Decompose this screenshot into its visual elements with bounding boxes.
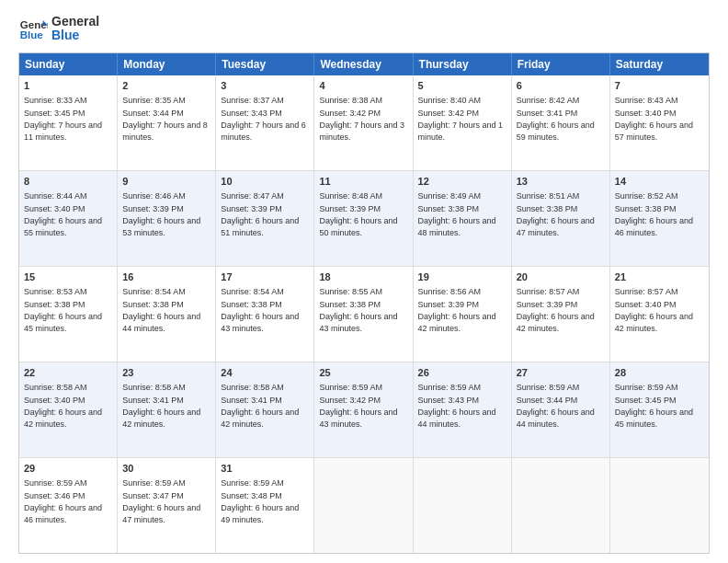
calendar-cell: 15Sunrise: 8:53 AMSunset: 3:38 PMDayligh… <box>19 267 118 362</box>
calendar-cell: 23Sunrise: 8:58 AMSunset: 3:41 PMDayligh… <box>118 362 216 457</box>
day-number: 5 <box>418 79 506 93</box>
cell-text: Sunrise: 8:46 AMSunset: 3:39 PMDaylight:… <box>122 191 200 237</box>
day-number: 11 <box>319 175 407 189</box>
calendar-cell: 27Sunrise: 8:59 AMSunset: 3:44 PMDayligh… <box>512 362 610 457</box>
day-number: 26 <box>418 366 506 380</box>
day-number: 22 <box>24 366 112 380</box>
day-number: 25 <box>319 366 407 380</box>
day-number: 20 <box>517 270 605 284</box>
calendar-header-day: Sunday <box>19 53 118 75</box>
day-number: 14 <box>615 175 704 189</box>
cell-text: Sunrise: 8:56 AMSunset: 3:39 PMDaylight:… <box>418 287 496 333</box>
day-number: 31 <box>221 462 309 476</box>
cell-text: Sunrise: 8:35 AMSunset: 3:44 PMDaylight:… <box>122 96 208 142</box>
cell-text: Sunrise: 8:52 AMSunset: 3:38 PMDaylight:… <box>615 191 693 237</box>
calendar-cell: 24Sunrise: 8:58 AMSunset: 3:41 PMDayligh… <box>216 362 314 457</box>
calendar-week: 22Sunrise: 8:58 AMSunset: 3:40 PMDayligh… <box>19 362 709 458</box>
cell-text: Sunrise: 8:58 AMSunset: 3:40 PMDaylight:… <box>24 383 102 429</box>
calendar-cell: 21Sunrise: 8:57 AMSunset: 3:40 PMDayligh… <box>610 267 709 362</box>
cell-text: Sunrise: 8:47 AMSunset: 3:39 PMDaylight:… <box>221 191 299 237</box>
calendar-cell: 13Sunrise: 8:51 AMSunset: 3:38 PMDayligh… <box>512 171 610 266</box>
cell-text: Sunrise: 8:54 AMSunset: 3:38 PMDaylight:… <box>122 287 200 333</box>
cell-text: Sunrise: 8:55 AMSunset: 3:38 PMDaylight:… <box>319 287 397 333</box>
cell-text: Sunrise: 8:59 AMSunset: 3:45 PMDaylight:… <box>615 383 693 429</box>
cell-text: Sunrise: 8:57 AMSunset: 3:39 PMDaylight:… <box>517 287 595 333</box>
cell-text: Sunrise: 8:59 AMSunset: 3:44 PMDaylight:… <box>517 383 595 429</box>
day-number: 9 <box>122 175 210 189</box>
day-number: 17 <box>221 270 309 284</box>
calendar-cell: 25Sunrise: 8:59 AMSunset: 3:42 PMDayligh… <box>314 362 413 457</box>
day-number: 28 <box>615 366 704 380</box>
cell-text: Sunrise: 8:58 AMSunset: 3:41 PMDaylight:… <box>122 383 200 429</box>
cell-text: Sunrise: 8:59 AMSunset: 3:46 PMDaylight:… <box>24 478 102 524</box>
calendar-cell: 1Sunrise: 8:33 AMSunset: 3:45 PMDaylight… <box>19 75 118 170</box>
calendar-cell: 30Sunrise: 8:59 AMSunset: 3:47 PMDayligh… <box>118 458 216 553</box>
calendar: SundayMondayTuesdayWednesdayThursdayFrid… <box>18 52 710 554</box>
day-number: 24 <box>221 366 309 380</box>
calendar-cell: 3Sunrise: 8:37 AMSunset: 3:43 PMDaylight… <box>216 75 314 170</box>
day-number: 3 <box>221 79 309 93</box>
calendar-cell: 10Sunrise: 8:47 AMSunset: 3:39 PMDayligh… <box>216 171 314 266</box>
calendar-cell: 8Sunrise: 8:44 AMSunset: 3:40 PMDaylight… <box>19 171 118 266</box>
page: General Blue General Blue SundayMondayTu… <box>0 0 728 563</box>
day-number: 12 <box>418 175 506 189</box>
calendar-cell: 29Sunrise: 8:59 AMSunset: 3:46 PMDayligh… <box>19 458 118 553</box>
cell-text: Sunrise: 8:57 AMSunset: 3:40 PMDaylight:… <box>615 287 693 333</box>
calendar-cell: 16Sunrise: 8:54 AMSunset: 3:38 PMDayligh… <box>118 267 216 362</box>
calendar-cell <box>314 458 413 553</box>
calendar-cell: 26Sunrise: 8:59 AMSunset: 3:43 PMDayligh… <box>414 362 512 457</box>
cell-text: Sunrise: 8:38 AMSunset: 3:42 PMDaylight:… <box>319 96 404 142</box>
calendar-cell <box>610 458 709 553</box>
header: General Blue General Blue <box>18 14 710 43</box>
svg-text:Blue: Blue <box>20 29 44 40</box>
cell-text: Sunrise: 8:43 AMSunset: 3:40 PMDaylight:… <box>615 96 693 142</box>
calendar-cell: 31Sunrise: 8:59 AMSunset: 3:48 PMDayligh… <box>216 458 314 553</box>
day-number: 30 <box>122 462 210 476</box>
cell-text: Sunrise: 8:42 AMSunset: 3:41 PMDaylight:… <box>517 96 595 142</box>
cell-text: Sunrise: 8:48 AMSunset: 3:39 PMDaylight:… <box>319 191 397 237</box>
cell-text: Sunrise: 8:53 AMSunset: 3:38 PMDaylight:… <box>24 287 102 333</box>
day-number: 2 <box>122 79 210 93</box>
calendar-cell: 6Sunrise: 8:42 AMSunset: 3:41 PMDaylight… <box>512 75 610 170</box>
calendar-cell: 9Sunrise: 8:46 AMSunset: 3:39 PMDaylight… <box>118 171 216 266</box>
cell-text: Sunrise: 8:37 AMSunset: 3:43 PMDaylight:… <box>221 96 306 142</box>
cell-text: Sunrise: 8:59 AMSunset: 3:43 PMDaylight:… <box>418 383 496 429</box>
calendar-header-day: Tuesday <box>216 53 314 75</box>
calendar-header-day: Friday <box>512 53 610 75</box>
day-number: 21 <box>615 270 704 284</box>
logo-line2: Blue <box>51 29 99 42</box>
cell-text: Sunrise: 8:59 AMSunset: 3:48 PMDaylight:… <box>221 478 299 524</box>
day-number: 16 <box>122 270 210 284</box>
calendar-header: SundayMondayTuesdayWednesdayThursdayFrid… <box>19 53 709 75</box>
calendar-cell: 22Sunrise: 8:58 AMSunset: 3:40 PMDayligh… <box>19 362 118 457</box>
day-number: 23 <box>122 366 210 380</box>
calendar-body: 1Sunrise: 8:33 AMSunset: 3:45 PMDaylight… <box>19 75 709 553</box>
calendar-cell: 28Sunrise: 8:59 AMSunset: 3:45 PMDayligh… <box>610 362 709 457</box>
day-number: 18 <box>319 270 407 284</box>
day-number: 4 <box>319 79 407 93</box>
calendar-week: 1Sunrise: 8:33 AMSunset: 3:45 PMDaylight… <box>19 75 709 171</box>
calendar-header-day: Saturday <box>610 53 709 75</box>
day-number: 6 <box>517 79 605 93</box>
calendar-cell: 7Sunrise: 8:43 AMSunset: 3:40 PMDaylight… <box>610 75 709 170</box>
logo: General Blue General Blue <box>18 14 99 43</box>
calendar-cell: 14Sunrise: 8:52 AMSunset: 3:38 PMDayligh… <box>610 171 709 266</box>
logo-line1: General <box>51 15 99 29</box>
calendar-cell: 11Sunrise: 8:48 AMSunset: 3:39 PMDayligh… <box>314 171 413 266</box>
calendar-header-day: Monday <box>118 53 216 75</box>
calendar-cell: 5Sunrise: 8:40 AMSunset: 3:42 PMDaylight… <box>414 75 512 170</box>
day-number: 15 <box>24 270 112 284</box>
calendar-cell: 18Sunrise: 8:55 AMSunset: 3:38 PMDayligh… <box>314 267 413 362</box>
day-number: 27 <box>517 366 605 380</box>
calendar-cell: 2Sunrise: 8:35 AMSunset: 3:44 PMDaylight… <box>118 75 216 170</box>
day-number: 19 <box>418 270 506 284</box>
cell-text: Sunrise: 8:59 AMSunset: 3:42 PMDaylight:… <box>319 383 397 429</box>
calendar-header-day: Thursday <box>414 53 512 75</box>
day-number: 13 <box>517 175 605 189</box>
calendar-cell: 20Sunrise: 8:57 AMSunset: 3:39 PMDayligh… <box>512 267 610 362</box>
day-number: 1 <box>24 79 112 93</box>
cell-text: Sunrise: 8:49 AMSunset: 3:38 PMDaylight:… <box>418 191 496 237</box>
cell-text: Sunrise: 8:51 AMSunset: 3:38 PMDaylight:… <box>517 191 595 237</box>
cell-text: Sunrise: 8:54 AMSunset: 3:38 PMDaylight:… <box>221 287 299 333</box>
day-number: 8 <box>24 175 112 189</box>
